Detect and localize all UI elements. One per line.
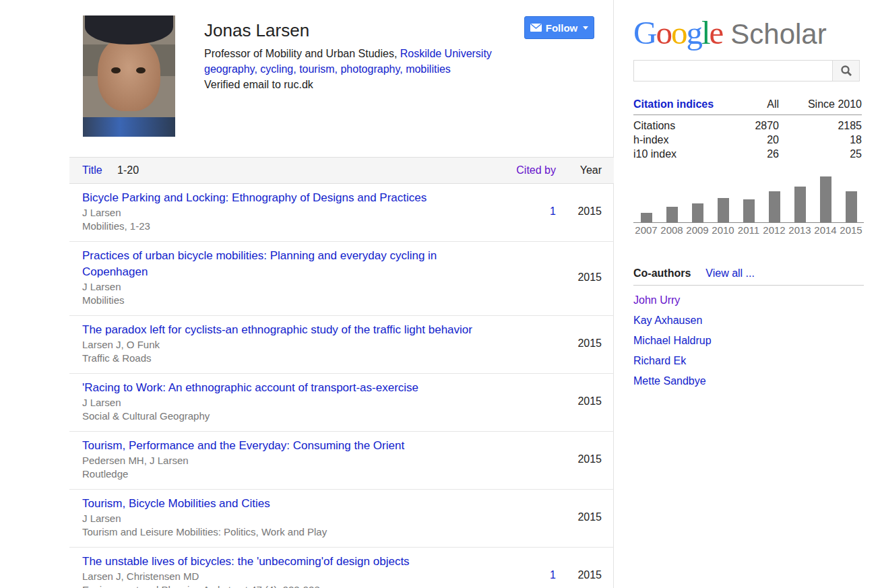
affiliation-university-link[interactable]: Roskilde University (400, 48, 492, 59)
publication-row: Bicycle Parking and Locking: Ethnography… (69, 184, 614, 242)
coauthor-link[interactable]: Kay Axhausen (633, 315, 864, 326)
chart-year-label: 2015 (838, 223, 864, 236)
google-logo-letter: g (686, 16, 701, 51)
column-since-2010: Since 2010 (779, 98, 862, 110)
interest-link[interactable]: photography (340, 63, 400, 75)
search-input[interactable] (633, 60, 832, 81)
coauthor-link[interactable]: Michael Haldrup (633, 335, 864, 346)
publication-title-link[interactable]: Practices of urban bicycle mobilities: P… (82, 248, 486, 280)
publication-title-link[interactable]: Bicycle Parking and Locking: Ethnography… (82, 190, 486, 206)
interest-link[interactable]: cycling (260, 63, 293, 75)
cited-by-count-link[interactable]: 1 (550, 569, 556, 581)
sort-by-title-link[interactable]: Title (82, 164, 102, 176)
coauthor-link[interactable]: John Urry (633, 295, 864, 306)
chart-bar (692, 203, 703, 222)
publication-title-cell: The unstable lives of bicycles: the 'unb… (69, 554, 489, 588)
search-icon (840, 65, 852, 77)
profile-affiliation: Professor of Mobility and Urban Studies,… (204, 46, 492, 61)
chart-bar (794, 187, 806, 222)
publication-title-cell: 'Racing to Work: An ethnographic account… (69, 380, 489, 423)
chart-bar-slot (633, 213, 659, 222)
publication-venue: Routledge (82, 467, 486, 481)
publication-row: Practices of urban bicycle mobilities: P… (69, 242, 614, 316)
publication-year: 2015 (556, 569, 614, 581)
interest-link[interactable]: geography (204, 63, 254, 75)
publication-venue: Traffic & Roads (82, 352, 486, 365)
chevron-down-icon (583, 26, 588, 30)
verified-email: Verified email to ruc.dk (204, 77, 492, 92)
chart-bar (820, 176, 831, 222)
chart-bar (666, 207, 678, 222)
affiliation-text: Professor of Mobility and Urban Studies, (204, 48, 400, 59)
envelope-icon (530, 24, 542, 32)
scholar-profile-page: Jonas Larsen Professor of Mobility and U… (0, 0, 880, 588)
cited-by-count-link[interactable]: 1 (550, 205, 556, 217)
search-bar (633, 60, 879, 81)
header-cited-cell: Cited by (489, 164, 556, 176)
publication-title-link[interactable]: The paradox left for cyclists-an ethnogr… (82, 322, 486, 338)
publication-cited-cell: 1 (489, 205, 556, 218)
citation-index-row: i10 index2625 (633, 147, 862, 161)
publication-title-link[interactable]: Tourism, Bicycle Mobilities and Cities (82, 496, 486, 512)
citation-index-since-value: 2185 (779, 119, 862, 133)
follow-button-label: Follow (546, 22, 578, 34)
column-all: All (725, 98, 779, 110)
interest-link[interactable]: mobilities (406, 63, 451, 75)
research-interests: geography, cycling, tourism, photography… (204, 61, 492, 77)
view-all-coauthors-link[interactable]: View all ... (705, 267, 755, 280)
chart-bar (769, 191, 780, 222)
publication-venue: Environment and Planning A abstract 47 (… (82, 583, 486, 588)
header-title-cell: Title 1-20 (69, 164, 489, 176)
publication-venue: Mobilities, 1-23 (82, 220, 486, 233)
citation-index-all-value: 26 (725, 147, 779, 161)
chart-bar-slot (787, 187, 813, 222)
citation-index-all-value: 20 (725, 133, 779, 147)
chart-bar-slot (659, 207, 685, 222)
citation-index-since-value: 18 (779, 133, 862, 147)
citation-index-row: Citations28702185 (633, 119, 862, 133)
chart-year-label: 2010 (710, 223, 736, 236)
coauthors-list: John UrryKay AxhausenMichael HaldrupRich… (633, 295, 864, 387)
photo-jacket (83, 117, 175, 137)
publication-venue: Mobilities (82, 294, 486, 307)
photo-cap (85, 15, 174, 44)
sort-by-cited-link[interactable]: Cited by (516, 164, 556, 176)
search-button[interactable] (832, 60, 860, 81)
publication-authors: Larsen J, O Funk (82, 338, 486, 352)
coauthors-section: Co-authors View all ... John UrryKay Axh… (633, 267, 864, 387)
google-logo-letter: G (633, 16, 656, 51)
scholar-logo[interactable]: Google Scholar (633, 16, 879, 51)
publication-title-link[interactable]: Tourism, Performance and the Everyday: C… (82, 438, 486, 454)
follow-button[interactable]: Follow (524, 16, 594, 39)
publication-title-link[interactable]: The unstable lives of bicycles: the 'unb… (82, 554, 486, 570)
coauthor-link[interactable]: Mette Sandbye (633, 376, 864, 387)
publication-venue: Tourism and Leisure Mobilities: Politics… (82, 525, 486, 539)
chart-bar-slot (838, 191, 864, 222)
photo-face (98, 36, 160, 112)
publication-row: The paradox left for cyclists-an ethnogr… (69, 316, 614, 374)
publication-title-cell: Tourism, Performance and the Everyday: C… (69, 438, 489, 481)
chart-x-axis-labels: 200720082009201020112012201320142015 (633, 223, 864, 236)
publication-year: 2015 (556, 337, 614, 350)
citation-indices-header: Citation indices All Since 2010 (633, 98, 862, 115)
chart-year-label: 2008 (659, 223, 685, 236)
citation-indices-link[interactable]: Citation indices (633, 98, 725, 110)
citation-index-row: h-index2018 (633, 133, 862, 147)
google-logo: Google (633, 16, 722, 50)
publication-title-cell: Tourism, Bicycle Mobilities and CitiesJ … (69, 496, 489, 539)
interest-link[interactable]: tourism (299, 63, 334, 75)
profile-photo (83, 15, 175, 137)
coauthor-link[interactable]: Richard Ek (633, 356, 864, 366)
publication-title-cell: Bicycle Parking and Locking: Ethnography… (69, 190, 489, 233)
chart-bars (633, 176, 864, 223)
publication-title-link[interactable]: 'Racing to Work: An ethnographic account… (82, 380, 486, 396)
publication-authors: J Larsen (82, 280, 486, 294)
chart-bar (718, 198, 729, 222)
chart-bar (846, 191, 857, 222)
publication-title-cell: Practices of urban bicycle mobilities: P… (69, 248, 489, 307)
publication-row: 'Racing to Work: An ethnographic account… (69, 374, 614, 432)
chart-bar-slot (813, 176, 838, 222)
result-range: 1-20 (117, 164, 139, 176)
publication-authors: Larsen J, Christensen MD (82, 570, 486, 583)
chart-bar-slot (685, 203, 710, 222)
